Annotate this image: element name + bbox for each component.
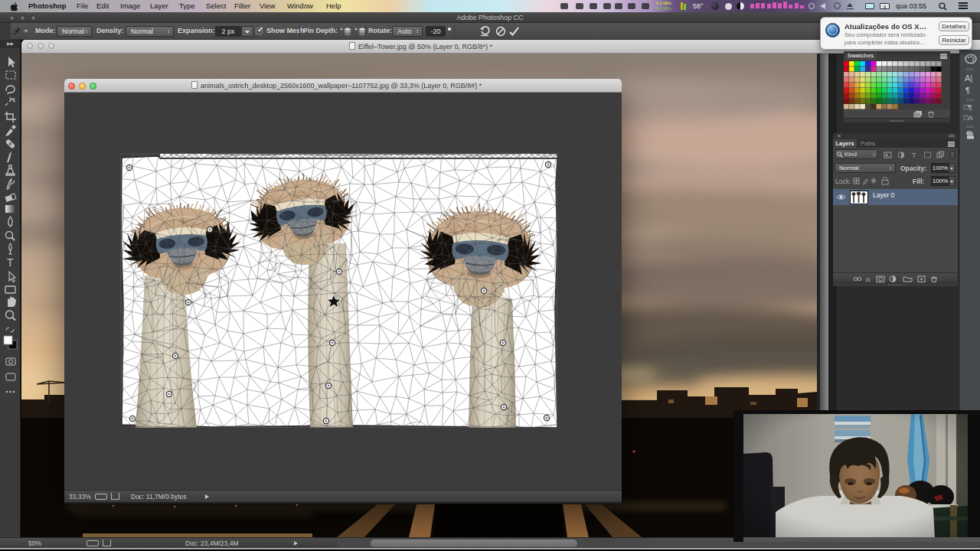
svg-text:T: T — [7, 256, 14, 269]
svg-text:fx: fx — [866, 276, 871, 282]
svg-text:T: T — [912, 152, 916, 159]
